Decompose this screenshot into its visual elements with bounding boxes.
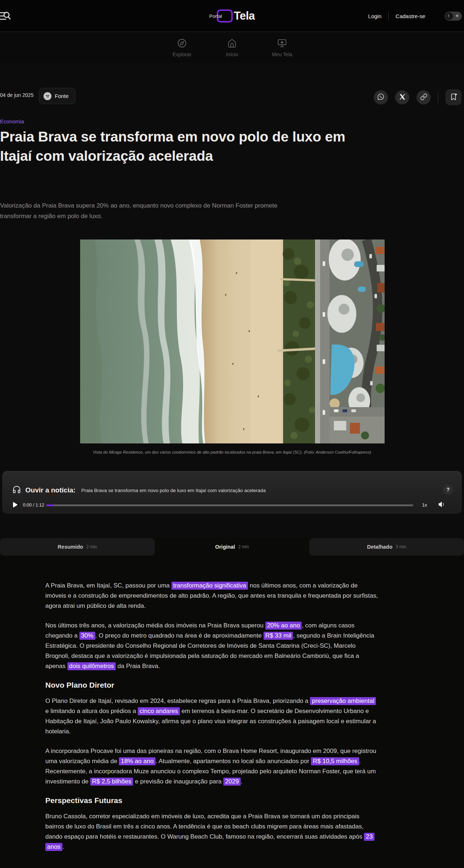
highlighted-text: preservação ambiental xyxy=(310,697,376,705)
progress-fill xyxy=(46,504,54,506)
category-link[interactable]: Economia xyxy=(0,118,24,124)
tab-duration: 3 min xyxy=(396,544,406,549)
theme-toggle[interactable]: ☾ ☀ xyxy=(445,12,462,21)
logo-tela-text: Tela xyxy=(234,9,255,22)
publish-date: 04 de jun 2025 xyxy=(0,92,34,98)
bookmark-plus-icon xyxy=(450,93,457,102)
signup-link[interactable]: Cadastre-se xyxy=(395,13,425,19)
article-paragraph: Nos últimos três anos, a valorização méd… xyxy=(45,621,380,671)
share-link-button[interactable] xyxy=(417,90,431,105)
tab-original[interactable]: Original 2 min xyxy=(155,538,310,556)
nav-item-meu-tela[interactable]: Meu Tela xyxy=(262,38,302,57)
source-logo xyxy=(44,92,51,100)
share-divider xyxy=(438,91,438,103)
share-whatsapp-button[interactable] xyxy=(374,90,388,105)
monitor-icon xyxy=(277,38,287,49)
article-paragraph: A Praia Brava, em Itajaí, SC, passou por… xyxy=(45,581,380,611)
article-body: A Praia Brava, em Itajaí, SC, passou por… xyxy=(45,556,380,861)
tab-detalhado[interactable]: Detalhado 3 min xyxy=(309,538,464,556)
highlighted-text: 20% ao ano xyxy=(265,622,302,630)
time-display: 0:00 / 1:12 xyxy=(23,503,44,508)
audio-track-title: Praia Brava se transforma em novo polo d… xyxy=(81,488,266,493)
top-header: Portal Tela Login Cadastre-se ☾ ☀ xyxy=(0,0,464,32)
main-nav: Explorar Início Meu Tela xyxy=(0,32,464,63)
whatsapp-icon xyxy=(377,93,385,102)
playback-speed-button[interactable]: 1x xyxy=(422,502,427,508)
article-title: Praia Brava se transforma em novo polo d… xyxy=(0,127,355,165)
nav-label: Início xyxy=(226,52,238,57)
highlighted-text: 23 anos xyxy=(45,833,374,851)
tab-duration: 2 min xyxy=(238,544,249,549)
highlighted-text: R$ 33 mil xyxy=(264,632,293,640)
auth-area: Login Cadastre-se ☾ ☀ xyxy=(368,0,462,32)
audio-header: Ouvir a notícia: Praia Brava se transfor… xyxy=(12,485,266,495)
nav-label: Explorar xyxy=(173,52,191,57)
moon-icon: ☾ xyxy=(446,12,453,20)
highlighted-text: 2029 xyxy=(223,778,241,786)
article-meta-row: 04 de jun 2025 Fonte xyxy=(0,88,464,105)
compass-icon xyxy=(177,38,187,49)
article-body-area: Resumido 2 min Original 2 min Detalhado … xyxy=(0,538,464,868)
auth-divider xyxy=(388,12,389,20)
highlighted-text: R$ 10,5 milhões xyxy=(311,757,359,765)
headphones-icon xyxy=(12,485,21,495)
bookmark-button[interactable] xyxy=(446,89,461,105)
home-icon xyxy=(227,38,237,49)
article-paragraph: O Plano Diretor de Itajaí, revisado em 2… xyxy=(45,696,380,737)
play-button[interactable] xyxy=(13,502,18,508)
highlighted-text: cinco andares xyxy=(138,707,180,715)
highlighted-text: dois quilômetros xyxy=(67,662,116,670)
audio-player-card: Ouvir a notícia: Praia Brava se transfor… xyxy=(2,471,462,514)
login-link[interactable]: Login xyxy=(368,13,382,19)
photo-caption: Vista do Mirage Residence, um dos vários… xyxy=(0,450,464,454)
highlighted-text: 18% ao ano xyxy=(119,757,156,765)
x-icon xyxy=(399,94,406,101)
section-heading: Novo Plano Diretor xyxy=(45,681,380,689)
nav-label: Meu Tela xyxy=(272,52,293,57)
source-label: Fonte xyxy=(55,93,69,99)
article-paragraph: A incorporadora Procave foi uma das pion… xyxy=(45,746,380,787)
highlighted-text: R$ 2,5 bilhões xyxy=(90,778,133,786)
tab-resumido[interactable]: Resumido 2 min xyxy=(0,538,155,556)
highlighted-text: 30% xyxy=(79,632,95,640)
share-x-button[interactable] xyxy=(395,90,409,105)
volume-button[interactable] xyxy=(438,500,446,509)
logo-portal-text: Portal xyxy=(209,13,222,19)
section-heading: Perspectivas Futuras xyxy=(45,796,380,805)
share-bar xyxy=(374,89,461,105)
nav-item-explorar[interactable]: Explorar xyxy=(162,38,202,57)
nav-item-inicio[interactable]: Início xyxy=(212,38,252,57)
progress-bar[interactable] xyxy=(46,504,413,506)
volume-icon xyxy=(438,504,446,509)
tab-label: Original xyxy=(215,544,235,550)
article-paragraph: Bruno Cassola, corretor especializado em… xyxy=(45,811,380,852)
article-photo xyxy=(80,239,385,443)
version-tabs: Resumido 2 min Original 2 min Detalhado … xyxy=(0,538,464,556)
audio-label: Ouvir a notícia: xyxy=(25,486,75,494)
tab-label: Resumido xyxy=(58,544,83,550)
link-icon xyxy=(420,93,427,102)
source-button[interactable]: Fonte xyxy=(39,88,75,104)
sun-icon: ☀ xyxy=(453,13,461,19)
help-button[interactable]: ? xyxy=(443,484,453,495)
tab-duration: 2 min xyxy=(86,544,97,549)
highlighted-text: transformação significativa xyxy=(171,582,248,590)
tab-label: Detalhado xyxy=(367,544,392,550)
article-subtitle: Valorização da Praia Brava supera 20% ao… xyxy=(0,200,301,221)
page: Portal Tela Login Cadastre-se ☾ ☀ Explor… xyxy=(0,0,464,868)
